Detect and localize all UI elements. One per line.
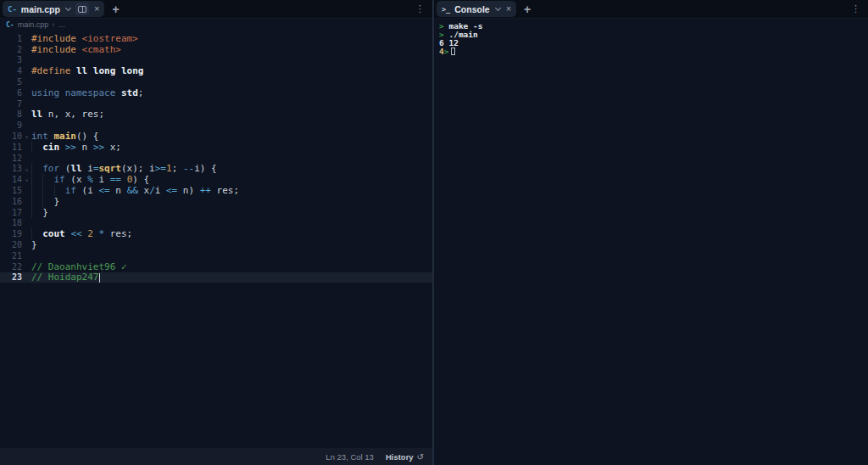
- editor-tabbar: C- main.cpp × + ⋮: [0, 0, 432, 19]
- history-icon: ↺: [417, 452, 424, 462]
- code-text: // Hoidap247: [31, 272, 100, 283]
- code-line[interactable]: 6using namespace std;: [0, 87, 432, 98]
- tab-console[interactable]: >_ Console ×: [437, 1, 516, 17]
- line-number: 16: [0, 197, 22, 206]
- code-text: if (x % i == 0) {: [31, 174, 149, 185]
- fold-chevron-icon[interactable]: ⌄: [22, 174, 31, 185]
- console-line: 6 12: [439, 39, 868, 48]
- line-number: 2: [0, 45, 22, 54]
- chevron-down-icon[interactable]: [495, 5, 501, 11]
- line-number: 14: [0, 175, 22, 184]
- code-text: int main() {: [31, 131, 99, 142]
- code-text: }: [31, 196, 59, 207]
- code-line[interactable]: 21: [0, 250, 432, 261]
- code-line[interactable]: 7: [0, 98, 432, 109]
- code-line[interactable]: 12: [0, 153, 432, 164]
- line-number: 13: [0, 164, 22, 173]
- code-line[interactable]: 13⌄ for (ll i=sqrt(x); i>=1; --i) {: [0, 164, 432, 175]
- console-tabbar: >_ Console × + ⋮: [434, 0, 868, 19]
- code-text: if (i <= n && x/i <= n) ++ res;: [31, 185, 239, 196]
- code-line[interactable]: 8ll n, x, res;: [0, 109, 432, 120]
- code-text: cin >> n >> x;: [31, 142, 121, 153]
- fold-chevron-icon[interactable]: ⌄: [22, 131, 31, 142]
- close-console-icon[interactable]: ×: [505, 4, 512, 14]
- code-line[interactable]: 10⌄int main() {: [0, 131, 432, 142]
- console-line: 4>: [439, 48, 868, 56]
- new-console-button[interactable]: +: [524, 3, 531, 15]
- code-line[interactable]: 1#include <iostream>: [0, 33, 432, 44]
- statusbar: Ln 23, Col 13 History ↺: [0, 448, 432, 465]
- editor-panel: C- main.cpp × + ⋮ C- main.cpp › … 1#incl…: [0, 0, 434, 465]
- shell-prompt: >: [444, 47, 449, 56]
- chevron-down-icon[interactable]: [65, 5, 71, 11]
- new-tab-button[interactable]: +: [112, 3, 119, 15]
- code-text: #include <cmath>: [31, 44, 121, 55]
- code-line[interactable]: 23// Hoidap247: [0, 272, 432, 283]
- fold-chevron-icon[interactable]: ⌄: [22, 164, 31, 175]
- code-line[interactable]: 3: [0, 55, 432, 66]
- breadcrumb-file[interactable]: main.cpp: [18, 20, 49, 29]
- console-menu-icon[interactable]: ⋮: [849, 3, 863, 14]
- console-output[interactable]: > make -s> ./main6 124>: [434, 19, 868, 465]
- line-number: 15: [0, 186, 22, 195]
- line-number: 5: [0, 77, 22, 87]
- console-line: > make -s: [439, 22, 868, 31]
- console-tab-label: Console: [454, 4, 489, 14]
- history-label: History: [386, 452, 414, 462]
- line-number: 11: [0, 143, 22, 152]
- line-number: 1: [0, 34, 22, 43]
- console-panel: >_ Console × + ⋮ > make -s> ./main6 124>: [434, 0, 868, 465]
- tab-main-cpp[interactable]: C- main.cpp ×: [3, 1, 104, 17]
- code-text: // Daoanhviet96 ✓: [31, 261, 127, 272]
- code-line[interactable]: 22// Daoanhviet96 ✓: [0, 261, 432, 272]
- text-caret: [99, 273, 100, 283]
- code-text: for (ll i=sqrt(x); i>=1; --i) {: [31, 163, 217, 174]
- line-number: 4: [0, 66, 22, 76]
- split-editor-icon: [78, 6, 86, 13]
- line-number: 7: [0, 99, 22, 109]
- line-number: 23: [0, 272, 22, 282]
- line-number: 18: [0, 218, 22, 227]
- code-line[interactable]: 14⌄ if (x % i == 0) {: [0, 174, 432, 185]
- code-text: ll n, x, res;: [31, 109, 104, 120]
- code-line[interactable]: 9: [0, 120, 432, 131]
- code-line[interactable]: 16 }: [0, 196, 432, 207]
- line-number: 12: [0, 154, 22, 163]
- line-number: 8: [0, 109, 22, 119]
- line-number: 21: [0, 251, 22, 261]
- code-line[interactable]: 5: [0, 76, 432, 87]
- code-line[interactable]: 15 if (i <= n && x/i <= n) ++ res;: [0, 185, 432, 196]
- code-line[interactable]: 2#include <cmath>: [0, 44, 432, 55]
- code-text: using namespace std;: [31, 87, 143, 98]
- line-number: 6: [0, 88, 22, 98]
- cpp-file-icon-small: C-: [6, 21, 14, 29]
- console-line: > ./main: [439, 31, 868, 39]
- breadcrumb-separator: ›: [52, 20, 54, 29]
- history-button[interactable]: History ↺: [386, 452, 424, 462]
- cursor-position[interactable]: Ln 23, Col 13: [326, 452, 374, 462]
- editor-menu-icon[interactable]: ⋮: [413, 3, 427, 14]
- line-number: 22: [0, 262, 22, 272]
- code-editor[interactable]: 1#include <iostream>2#include <cmath>34#…: [0, 31, 432, 448]
- ide-window: C- main.cpp × + ⋮ C- main.cpp › … 1#incl…: [0, 0, 868, 465]
- code-text: }: [31, 207, 48, 218]
- line-number: 20: [0, 240, 22, 249]
- terminal-icon: >_: [442, 5, 450, 14]
- line-number: 17: [0, 208, 22, 217]
- code-line[interactable]: 18: [0, 218, 432, 229]
- breadcrumb: C- main.cpp › …: [0, 19, 432, 31]
- breadcrumb-symbol[interactable]: …: [58, 20, 65, 29]
- code-line[interactable]: 17 }: [0, 207, 432, 218]
- code-line[interactable]: 4#define ll long long: [0, 65, 432, 76]
- code-line[interactable]: 20}: [0, 239, 432, 250]
- line-number: 10: [0, 132, 22, 141]
- close-tab-icon[interactable]: ×: [93, 4, 100, 14]
- code-text: }: [31, 239, 37, 250]
- line-number: 9: [0, 120, 22, 130]
- code-line[interactable]: 19 cout << 2 * res;: [0, 228, 432, 239]
- code-line[interactable]: 11 cin >> n >> x;: [0, 142, 432, 153]
- split-editor-button[interactable]: [75, 3, 89, 15]
- terminal-cursor: [451, 48, 455, 55]
- line-number: 3: [0, 55, 22, 64]
- cpp-file-icon: C-: [8, 5, 17, 14]
